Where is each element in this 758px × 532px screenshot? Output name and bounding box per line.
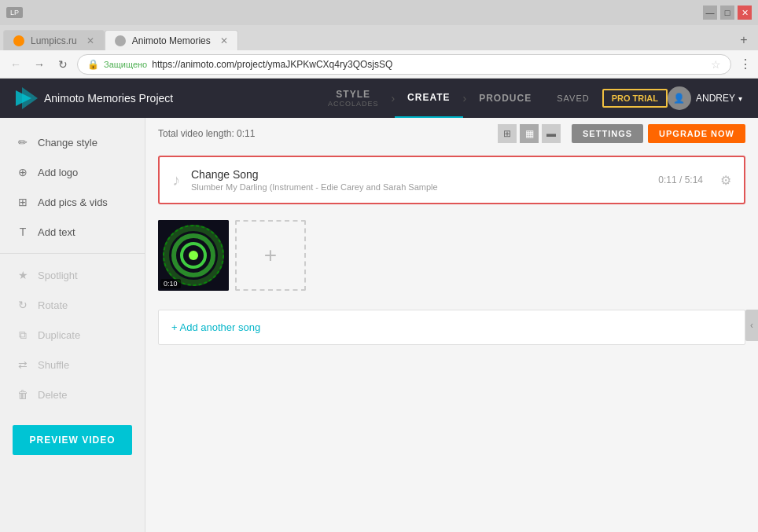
tab-animoto-label: Animoto Memories	[132, 35, 211, 46]
style-step[interactable]: STYLE Accolades ›	[315, 79, 395, 118]
add-logo-label: Add logo	[38, 167, 78, 178]
app-header: Animoto Memories Project STYLE Accolades…	[0, 79, 758, 118]
sidebar: ✏ Change style ⊕ Add logo ⊞ Add pics & v…	[0, 118, 145, 532]
sidebar-item-add-text[interactable]: T Add text	[0, 217, 145, 247]
song-info: Change Song Slumber My Darling (Instrume…	[191, 168, 647, 192]
new-tab-button[interactable]: +	[733, 30, 755, 50]
spotlight-label: Spotlight	[38, 270, 78, 281]
pro-trial-button[interactable]: PRO TRIAL	[602, 89, 668, 108]
music-note-icon: ♪	[172, 171, 180, 189]
app-container: Animoto Memories Project STYLE Accolades…	[0, 79, 758, 532]
create-label: CrEatE	[407, 92, 450, 103]
sidebar-item-spotlight: ★ Spotlight	[0, 260, 145, 290]
tab-animoto[interactable]: Animoto Memories ✕	[105, 30, 238, 50]
lp-badge: LP	[6, 7, 23, 18]
main-content: ✏ Change style ⊕ Add logo ⊞ Add pics & v…	[0, 118, 758, 532]
media-item-1[interactable]: 0:10	[158, 220, 229, 291]
produce-label: PRODUCE	[479, 93, 532, 104]
sidebar-item-duplicate: ⧉ Duplicate	[0, 320, 145, 350]
address-bar: ← → ↻ 🔒 Защищено https://animoto.com/pro…	[0, 50, 758, 79]
song-title: Change Song	[191, 168, 647, 181]
sidebar-item-change-style[interactable]: ✏ Change style	[0, 127, 145, 157]
compact-view-button[interactable]: ▦	[520, 124, 539, 143]
song-subtitle: Slumber My Darling (Instrument - Edie Ca…	[191, 182, 647, 192]
browser-menu-icon[interactable]: ⋮	[739, 57, 752, 72]
title-bar-controls: — □ ✕	[703, 6, 752, 20]
style-label: STYLE	[336, 89, 370, 100]
svg-point-6	[189, 251, 198, 260]
duplicate-label: Duplicate	[38, 329, 80, 341]
media-grid: 0:10 +	[145, 211, 758, 300]
lumpics-favicon	[13, 35, 24, 46]
produce-nav-item[interactable]: PRODUCE	[466, 79, 544, 118]
user-avatar: 👤	[668, 86, 691, 110]
style-nav-item[interactable]: STYLE Accolades	[315, 79, 392, 118]
settings-button[interactable]: SETTINGS	[572, 124, 643, 143]
style-sublabel: Accolades	[328, 100, 379, 108]
rotate-label: Rotate	[38, 299, 68, 311]
close-tab-animoto-icon[interactable]: ✕	[220, 35, 228, 46]
shuffle-icon: ⇄	[16, 358, 30, 372]
sidebar-item-shuffle: ⇄ Shuffle	[0, 350, 145, 380]
add-text-label: Add text	[38, 226, 75, 238]
header-nav: STYLE Accolades › CrEatE › PRODU	[315, 79, 742, 118]
tab-lumpics-label: Lumpics.ru	[31, 35, 77, 46]
saved-label: SAVEd	[544, 94, 602, 103]
url-text: https://animoto.com/project/ymaJKPKwCXq4…	[152, 59, 703, 70]
sidebar-item-rotate: ↻ Rotate	[0, 290, 145, 320]
content-area: Total video length: 0:11 ⊞ ▦ ▬ SETTINGS …	[145, 118, 758, 532]
add-song-bar[interactable]: + Add another song	[158, 310, 745, 345]
collapse-panel-button[interactable]: ‹	[745, 310, 758, 341]
change-style-label: Change style	[38, 137, 98, 149]
song-card[interactable]: ♪ Change Song Slumber My Darling (Instru…	[158, 156, 745, 204]
sidebar-item-add-pics[interactable]: ⊞ Add pics & vids	[0, 187, 145, 217]
minimize-button[interactable]: —	[703, 6, 717, 20]
pics-icon: ⊞	[16, 195, 30, 209]
song-duration: 0:11 / 5:14	[658, 174, 703, 185]
user-menu-chevron-icon[interactable]: ▾	[738, 94, 742, 103]
bookmark-icon[interactable]: ☆	[711, 58, 721, 71]
tab-bar: Lumpics.ru ✕ Animoto Memories ✕ +	[0, 25, 758, 50]
preview-video-button[interactable]: PREVIEW VIDEO	[13, 425, 132, 455]
address-input[interactable]: 🔒 Защищено https://animoto.com/project/y…	[77, 54, 731, 75]
media-duration-label: 0:10	[160, 279, 181, 288]
app-logo: Animoto Memories Project	[16, 87, 173, 109]
svg-marker-1	[22, 87, 38, 109]
user-name[interactable]: ANDREY	[696, 93, 735, 104]
upgrade-now-button[interactable]: UPGRADE NOW	[648, 124, 745, 143]
add-song-label: + Add another song	[171, 321, 260, 333]
forward-button[interactable]: →	[30, 55, 49, 74]
delete-label: Delete	[38, 389, 68, 401]
secure-label: Защищено	[104, 60, 147, 69]
reload-button[interactable]: ↻	[53, 55, 72, 74]
list-view-button[interactable]: ▬	[542, 124, 561, 143]
add-pics-label: Add pics & vids	[38, 196, 108, 208]
animoto-logo-icon	[16, 87, 38, 109]
view-controls: ⊞ ▦ ▬	[498, 124, 561, 143]
duplicate-icon: ⧉	[16, 328, 30, 342]
rotate-icon: ↻	[16, 298, 30, 312]
logo-icon: ⊕	[16, 165, 30, 179]
back-button[interactable]: ←	[6, 55, 25, 74]
sidebar-item-delete: 🗑 Delete	[0, 380, 145, 409]
tab-lumpics[interactable]: Lumpics.ru ✕	[3, 30, 105, 50]
shuffle-label: Shuffle	[38, 359, 69, 371]
secure-icon: 🔒	[87, 59, 99, 70]
text-icon: T	[16, 225, 30, 239]
title-bar: LP — □ ✕	[0, 0, 758, 25]
content-topbar: Total video length: 0:11 ⊞ ▦ ▬ SETTINGS …	[145, 118, 758, 149]
add-media-button[interactable]: +	[235, 220, 306, 291]
create-step[interactable]: CrEatE ›	[395, 79, 466, 118]
close-tab-lumpics-icon[interactable]: ✕	[86, 35, 94, 46]
close-button[interactable]: ✕	[738, 6, 752, 20]
sidebar-item-add-logo[interactable]: ⊕ Add logo	[0, 157, 145, 187]
create-nav-item[interactable]: CrEatE	[395, 79, 462, 118]
song-gear-icon[interactable]: ⚙	[720, 173, 731, 188]
animoto-favicon	[115, 35, 126, 46]
video-length-label: Total video length: 0:11	[158, 128, 255, 139]
sidebar-divider	[0, 253, 145, 254]
brush-icon: ✏	[16, 135, 30, 149]
grid-view-button[interactable]: ⊞	[498, 124, 517, 143]
maximize-button[interactable]: □	[720, 6, 734, 20]
delete-icon: 🗑	[16, 387, 30, 402]
